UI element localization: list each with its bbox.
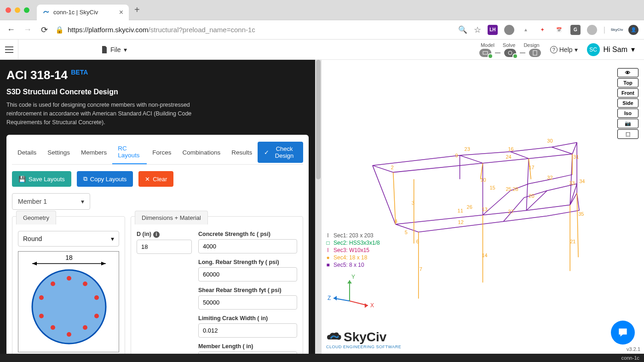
fc-input[interactable] [198, 239, 297, 253]
crack-input[interactable] [198, 323, 297, 338]
svg-point-7 [67, 276, 71, 281]
svg-rect-0 [483, 52, 488, 54]
fy-label: Long. Rebar Strength fy ( psi) [198, 259, 297, 265]
tab-results[interactable]: Results [226, 144, 258, 161]
svg-text:28: 28 [512, 186, 518, 192]
workflow-node-solve[interactable] [504, 49, 516, 57]
svg-text:32: 32 [547, 175, 552, 180]
new-tab-button[interactable]: + [134, 5, 140, 15]
tab-forces[interactable]: Forces [147, 144, 177, 161]
fy-input[interactable] [198, 267, 297, 282]
view-top-button[interactable]: Top [617, 78, 638, 87]
eye-icon: 👁 [625, 70, 630, 75]
browser-chrome: conn-1c | SkyCiv × + [0, 0, 644, 20]
profile-icon[interactable]: 👤 [628, 25, 638, 35]
forward-button[interactable]: → [22, 24, 33, 35]
workflow-label-solve: Solve [503, 42, 516, 48]
extension-skyciv-icon[interactable]: SkyCiv [612, 25, 622, 35]
legend-sym-5: ■ [325, 262, 331, 268]
tab-combinations[interactable]: Combinations [177, 144, 226, 161]
save-layouts-button[interactable]: 💾 Save Layouts [12, 171, 71, 187]
d-input[interactable] [137, 240, 192, 254]
design-icon [533, 50, 537, 56]
clear-button[interactable]: ✕ Clear [138, 171, 173, 187]
hamburger-menu-button[interactable] [0, 40, 18, 60]
extension-red-icon[interactable]: ✦ [537, 25, 547, 35]
chevron-down-icon: ▾ [124, 46, 127, 53]
panel-scrollbar[interactable] [315, 60, 322, 354]
extension-g-icon[interactable]: G [570, 25, 581, 35]
chat-button[interactable] [611, 321, 635, 345]
help-menu[interactable]: ? Help ▾ [550, 46, 578, 53]
workflow-stepper: Model Solve Design [479, 42, 541, 57]
svg-point-11 [94, 295, 99, 300]
minimize-window-button[interactable] [15, 7, 20, 13]
geometry-tab[interactable]: Geometry [16, 211, 56, 224]
tab-details[interactable]: Details [12, 144, 42, 161]
extension-circle-icon[interactable] [504, 25, 514, 35]
svg-text:Y: Y [351, 274, 355, 280]
legend-sym-1: I [325, 232, 331, 239]
tab-settings[interactable]: Settings [42, 144, 75, 161]
geometry-panel: Geometry Round ▾ 18 [12, 216, 125, 354]
svg-line-17 [393, 172, 396, 224]
dimensions-tab[interactable]: Dimensions + Material [135, 211, 208, 224]
extension-lh-icon[interactable]: LH [488, 25, 498, 35]
screenshot-button[interactable]: 📷 [617, 119, 638, 128]
star-icon[interactable]: ☆ [474, 25, 481, 35]
status-bar: conn-1c [0, 354, 644, 362]
svg-text:7: 7 [420, 266, 422, 272]
shape-select[interactable]: Round ▾ [18, 231, 119, 247]
reload-button[interactable]: ⟳ [39, 24, 50, 35]
scroll-thumb[interactable] [316, 60, 321, 179]
chevron-down-icon: ▾ [631, 45, 635, 54]
tab-members[interactable]: Members [75, 144, 112, 161]
svg-text:24: 24 [506, 154, 511, 160]
cloud-icon [326, 331, 342, 343]
svg-text:4: 4 [395, 218, 397, 224]
file-menu[interactable]: File ▾ [101, 46, 127, 53]
maximize-window-button[interactable] [24, 7, 29, 13]
close-window-button[interactable] [6, 7, 11, 13]
solve-icon [508, 51, 512, 55]
search-icon[interactable]: 🔍 [458, 25, 467, 34]
view-controls: 👁 Top Front Side Iso 📷 ⬚ [617, 68, 638, 139]
svg-point-8 [51, 282, 55, 286]
svg-marker-56 [365, 303, 368, 308]
fyt-input[interactable] [198, 295, 297, 310]
svg-text:X: X [370, 302, 374, 309]
extension-drive-icon[interactable]: ▲ [521, 25, 531, 35]
svg-text:10: 10 [481, 177, 486, 183]
chevron-down-icon: ▾ [575, 46, 578, 53]
info-icon[interactable]: i [153, 231, 160, 238]
extension-calendar-icon[interactable]: 📅 [554, 25, 564, 35]
design-tabs: Details Settings Members RC Layouts Forc… [12, 140, 303, 165]
panel-subtitle: S3D Structural Concrete Design [6, 88, 309, 96]
model-viewport[interactable]: 23 45 67 910 1112 1314 1516 1720 2123 24… [322, 60, 644, 354]
check-design-button[interactable]: ✓ Check Design [258, 142, 303, 163]
workflow-node-model[interactable] [479, 49, 491, 57]
view-iso-button[interactable]: Iso [617, 109, 638, 118]
svg-text:26: 26 [467, 204, 472, 210]
save-icon: 💾 [18, 176, 26, 183]
address-bar: ← → ⟳ 🔒 https://platform.skyciv.com/stru… [0, 20, 644, 40]
user-menu[interactable]: SC Hi Sam ▾ [587, 43, 635, 56]
extension-dot-icon[interactable] [587, 25, 597, 35]
close-tab-icon[interactable]: × [119, 8, 123, 17]
view-side-button[interactable]: Side [617, 98, 638, 108]
browser-tab[interactable]: conn-1c | SkyCiv × [37, 5, 129, 20]
copy-layouts-button[interactable]: ⧉ Copy Layouts [77, 171, 133, 187]
camera-icon: 📷 [625, 121, 631, 126]
back-button[interactable]: ← [6, 24, 17, 35]
tab-rc-layouts[interactable]: RC Layouts [112, 140, 147, 164]
url-field[interactable]: 🔒 https://platform.skyciv.com/structural… [55, 26, 453, 34]
svg-text:20: 20 [529, 193, 534, 199]
svg-marker-5 [101, 262, 106, 265]
workflow-node-design[interactable] [529, 49, 541, 57]
visibility-button[interactable]: 👁 [617, 68, 638, 77]
member-select[interactable]: Member 1 ▾ [12, 193, 90, 210]
cube-button[interactable]: ⬚ [617, 129, 638, 139]
model-icon [483, 51, 488, 55]
dimensions-panel: Dimensions + Material D (in)i Concrete S… [131, 216, 303, 354]
view-front-button[interactable]: Front [617, 88, 638, 98]
